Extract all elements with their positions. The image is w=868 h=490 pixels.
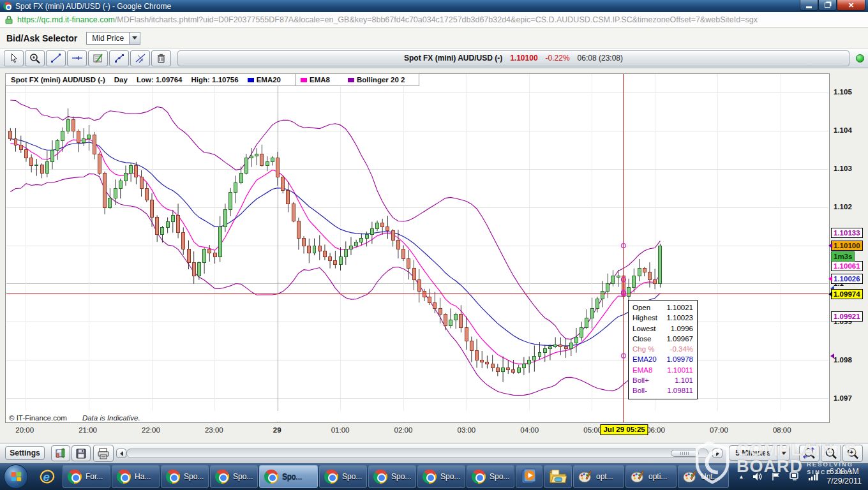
tooltip-row-close: Close1.09967 <box>632 334 693 344</box>
tray-expand-icon[interactable]: ▲ <box>738 474 744 480</box>
zoom-out-button[interactable] <box>821 445 841 462</box>
price-marker-1m3s: 1m3s <box>831 251 855 262</box>
media-player-button[interactable] <box>516 465 542 488</box>
taskbar-chrome-window-4[interactable]: Spo... <box>210 465 258 488</box>
network-signal-icon[interactable] <box>809 473 818 480</box>
padlock-icon <box>5 15 13 24</box>
internet-explorer-icon: e <box>38 468 56 486</box>
action-center-flag-icon[interactable] <box>772 472 781 481</box>
instrument-info-panel: Spot FX (mini) AUD/USD (-) 1.10100 -0.22… <box>177 50 849 66</box>
parallel-lines-tool-button[interactable] <box>130 50 150 66</box>
price-type-dropdown[interactable]: Mid Price <box>86 32 140 45</box>
interval-dropdown-arrow[interactable] <box>777 446 789 460</box>
data-tooltip: Open1.10021Highest1.10023Lowest1.0996Clo… <box>628 300 698 399</box>
pointer-tool-button[interactable] <box>4 50 24 66</box>
paint-icon <box>578 470 592 484</box>
tooltip-row-boll-: Boll+1.101 <box>632 375 693 385</box>
paint-icon <box>631 470 645 484</box>
zoom-plus-icon <box>29 53 40 64</box>
price-type-value: Mid Price <box>87 34 129 43</box>
indicative-note: Data is Indicative. <box>82 414 140 422</box>
chrome-icon <box>3 2 11 10</box>
taskbar-button-label: opti... <box>648 472 667 481</box>
tray-time: 6:08 AM <box>827 467 862 477</box>
chrome-icon <box>264 470 278 484</box>
candlestick-chart[interactable] <box>5 73 830 423</box>
url-bar[interactable]: https://qc.md.it-finance.com/MDFlash/itc… <box>0 12 868 28</box>
trend-line-tool-button[interactable] <box>46 50 66 66</box>
minimize-button[interactable] <box>800 0 818 11</box>
print-button[interactable] <box>93 445 114 462</box>
device-icon[interactable] <box>789 472 800 481</box>
taskbar-chrome-window-1[interactable]: For... <box>63 465 110 488</box>
close-button[interactable]: ✕ <box>837 0 865 11</box>
legend-ema8: EMA8 <box>301 76 339 84</box>
taskbar-chrome-window-7[interactable]: Spo... <box>368 465 416 488</box>
restore-button[interactable] <box>818 0 837 11</box>
internet-explorer-button[interactable]: e <box>33 465 61 488</box>
time-tick: 07:00 <box>710 426 728 434</box>
time-tick: 22:00 <box>142 426 160 434</box>
save-button[interactable] <box>71 445 91 461</box>
instrument-change: -0.22% <box>546 54 570 63</box>
taskbar-buttons: For...Ha...Spo...Spo...Spo...Spo...Spo..… <box>63 465 516 488</box>
chrome-icon <box>166 470 180 484</box>
start-button[interactable] <box>4 464 28 489</box>
polyline-tool-button[interactable] <box>109 50 129 66</box>
time-tick: 08:00 <box>773 426 791 434</box>
zoom-pan-button[interactable] <box>799 445 819 462</box>
edit-chart-tool-button[interactable] <box>88 50 108 66</box>
taskbar-clock[interactable]: 6:08 AM 7/29/2011 <box>827 467 862 486</box>
taskbar-chrome-window-5[interactable]: Spo... <box>259 465 318 488</box>
taskbar-chrome-window-8[interactable]: Spo... <box>417 465 465 488</box>
save-chart-button[interactable] <box>51 445 70 461</box>
axis-arrow-icon <box>828 292 832 297</box>
interval-dropdown[interactable]: 5 Minutes <box>729 445 790 461</box>
taskbar-chrome-window-3[interactable]: Spo... <box>161 465 209 488</box>
taskbar-button-label: Spo... <box>233 472 253 481</box>
windows-taskbar: e For...Ha...Spo...Spo...Spo...Spo...Spo… <box>0 463 868 490</box>
taskbar-chrome-window-9[interactable]: Spo... <box>467 465 514 488</box>
taskbar-chrome-window-2[interactable]: Ha... <box>112 465 160 488</box>
chart-period: Day <box>114 76 128 84</box>
settings-button[interactable]: Settings <box>5 446 45 460</box>
dropdown-arrow[interactable] <box>129 33 140 44</box>
taskbar-chrome-window-6[interactable]: Spo... <box>319 465 367 488</box>
instrument-name: Spot FX (mini) AUD/USD (-) <box>404 54 502 63</box>
printer-icon <box>97 448 110 459</box>
chart-scrollbar[interactable] <box>126 449 708 458</box>
paint-icon <box>683 470 697 484</box>
folder-icon <box>549 469 567 484</box>
zoom-area-tool-button[interactable] <box>25 50 45 66</box>
price-tick: 1.102 <box>834 203 852 211</box>
price-tick: 1.103 <box>834 165 852 172</box>
ema20-swatch-icon <box>248 78 254 82</box>
tooltip-row-chg-: Chg %-0.34% <box>632 344 693 354</box>
polyline-icon <box>114 53 125 63</box>
svg-text:e: e <box>43 470 49 484</box>
zoom-in-icon <box>846 447 859 460</box>
trash-icon <box>156 53 166 64</box>
taskbar-button-label: Spo... <box>391 472 411 481</box>
floppy-icon <box>76 449 86 459</box>
time-tick: 23:00 <box>205 426 223 434</box>
bollinger-swatch-icon <box>348 78 354 82</box>
taskbar-paint-window-1[interactable]: opt... <box>573 465 624 488</box>
restore-icon <box>825 3 830 8</box>
scroll-left-button[interactable] <box>116 449 126 458</box>
instrument-time: 06:08 (23:08) <box>578 54 623 63</box>
horizontal-line-tool-button[interactable] <box>67 50 87 66</box>
volume-icon[interactable] <box>752 472 763 481</box>
delete-drawings-button[interactable] <box>151 50 171 66</box>
zoom-in-button[interactable] <box>842 445 863 462</box>
taskbar-paint-window-3[interactable]: Unt... <box>678 465 729 488</box>
axis-arrow-icon <box>828 243 832 248</box>
chart-title: Spot FX (mini) AUD/USD (-) <box>11 76 105 84</box>
chart-session-low: Low: 1.09764 <box>137 76 183 84</box>
scroll-right-button[interactable] <box>712 449 722 458</box>
time-tick: 03:00 <box>457 426 475 434</box>
taskbar-paint-window-2[interactable]: opti... <box>625 465 677 488</box>
explorer-button[interactable] <box>544 465 572 488</box>
scrollbar-thumb[interactable] <box>671 450 699 457</box>
paint-taskbar-buttons: opt... opti... Unt... <box>573 465 730 488</box>
